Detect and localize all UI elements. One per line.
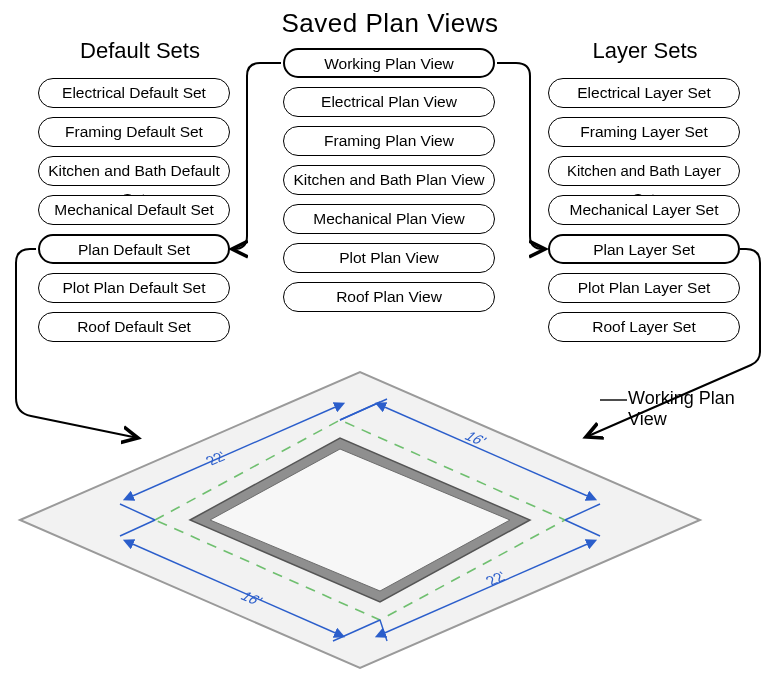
- pill-left-3: Mechanical Default Set: [38, 195, 230, 225]
- pill-right-2: Kitchen and Bath Layer Set: [548, 156, 740, 186]
- svg-line-6: [128, 542, 340, 635]
- svg-line-9: [128, 405, 340, 498]
- floorplan-walls: [190, 438, 530, 602]
- svg-line-8: [333, 620, 380, 641]
- pill-right-5: Plot Plan Layer Set: [548, 273, 740, 303]
- floorplan-roof-outline: [155, 420, 565, 620]
- svg-line-5: [565, 504, 600, 520]
- pill-right-4: Plan Layer Set: [548, 234, 740, 264]
- pill-left-4: Plan Default Set: [38, 234, 230, 264]
- floorplan-sheet: 16' 22' 16' 22': [20, 372, 700, 668]
- dim-text-bottom-left: 16': [237, 589, 266, 608]
- svg-marker-1: [190, 438, 530, 602]
- pill-right-0: Electrical Layer Set: [548, 78, 740, 108]
- svg-line-14: [380, 620, 387, 641]
- pill-right-1: Framing Layer Set: [548, 117, 740, 147]
- svg-line-3: [380, 405, 592, 498]
- pill-left-0: Electrical Default Set: [38, 78, 230, 108]
- pill-center-6: Roof Plan View: [283, 282, 495, 312]
- svg-line-13: [565, 520, 600, 536]
- pill-left-1: Framing Default Set: [38, 117, 230, 147]
- diagram-canvas: 16' 22' 16' 22' Saved Plan Views Default…: [0, 0, 764, 687]
- dim-text-top-right: 16': [461, 429, 490, 448]
- svg-line-4: [340, 399, 387, 420]
- pill-center-4: Mechanical Plan View: [283, 204, 495, 234]
- connector-center-to-right: [497, 63, 545, 249]
- connector-center-to-left: [232, 63, 281, 249]
- svg-line-11: [340, 402, 380, 420]
- pill-center-2: Framing Plan View: [283, 126, 495, 156]
- pill-center-0: Working Plan View: [283, 48, 495, 78]
- svg-marker-0: [20, 372, 700, 668]
- pill-center-5: Plot Plan View: [283, 243, 495, 273]
- pill-left-6: Roof Default Set: [38, 312, 230, 342]
- title-layer-sets: Layer Sets: [570, 38, 720, 64]
- dim-text-bottom-right: 22': [482, 569, 511, 588]
- dim-text-top-left: 22': [202, 449, 231, 468]
- svg-line-12: [380, 542, 592, 635]
- pill-center-3: Kitchen and Bath Plan View: [283, 165, 495, 195]
- pill-left-2: Kitchen and Bath Default Set: [38, 156, 230, 186]
- title-main: Saved Plan Views: [270, 8, 510, 39]
- svg-line-10: [120, 504, 155, 520]
- pill-center-1: Electrical Plan View: [283, 87, 495, 117]
- pill-right-3: Mechanical Layer Set: [548, 195, 740, 225]
- title-default-sets: Default Sets: [60, 38, 220, 64]
- svg-marker-2: [210, 449, 510, 591]
- svg-line-7: [120, 520, 155, 536]
- pill-left-5: Plot Plan Default Set: [38, 273, 230, 303]
- pill-right-6: Roof Layer Set: [548, 312, 740, 342]
- floorplan-caption: Working Plan View: [628, 388, 764, 430]
